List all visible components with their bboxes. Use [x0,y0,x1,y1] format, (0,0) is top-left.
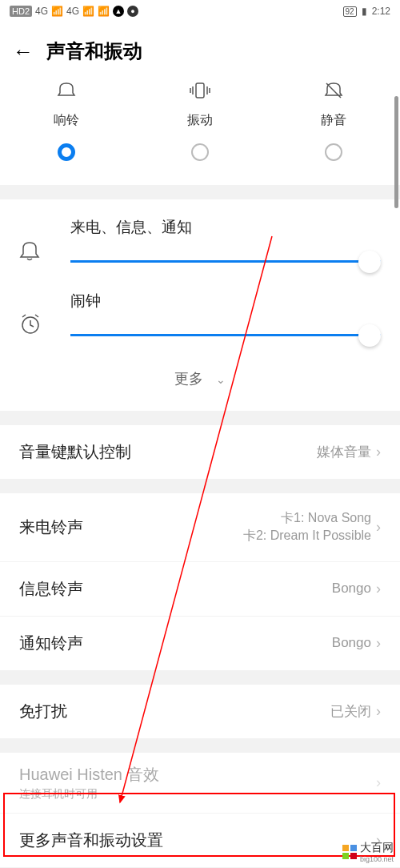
volume-section: 来电、信息、通知 闹钟 更多 ⌄ [0,199,400,411]
mode-vibrate-label: 振动 [187,112,213,129]
svg-rect-5 [350,845,357,851]
setting-dnd[interactable]: 免打扰 已关闭 › [0,685,400,738]
mode-silent[interactable]: 静音 [266,82,400,161]
setting-value: 已关闭 [330,702,371,721]
setting-message-tone[interactable]: 信息铃声 Bongo › [0,562,400,616]
mode-silent-label: 静音 [321,112,346,129]
page-header: ← 声音和振动 [0,22,400,74]
hd-icon: HD2 [10,6,32,17]
setting-value: 媒体音量 [317,443,371,461]
setting-value: Bongo [332,635,371,651]
section-divider [0,670,400,685]
setting-ringtone[interactable]: 来电铃声 卡1: Nova Song 卡2: Dream It Possible… [0,493,400,561]
ringtone-sim1: 卡1: Nova Song [243,509,371,527]
chevron-right-icon: › [376,444,381,460]
volume-more-button[interactable]: 更多 ⌄ [0,355,400,403]
sound-mode-selector: 响铃 振动 静音 [0,74,400,185]
signal-4g-1: 4G [35,6,48,17]
radio-ring[interactable] [58,143,75,161]
svg-rect-0 [196,83,204,98]
setting-more-sound[interactable]: 更多声音和振动设置 › [0,814,400,867]
chevron-right-icon: › [376,581,381,597]
slider-thumb[interactable] [358,324,381,347]
bell-outline-icon [19,239,51,267]
battery-level: 92 [343,6,357,17]
setting-histen: Huawei Histen 音效 连接耳机时可用 › [0,753,400,813]
chevron-right-icon: › [376,774,381,791]
clock: 2:12 [372,6,390,17]
slider-thumb[interactable] [358,251,381,273]
vibrate-icon [189,82,211,104]
section-divider [0,185,400,199]
section-divider [0,411,400,425]
radio-vibrate[interactable] [191,143,209,161]
setting-label: 来电铃声 [19,516,83,538]
watermark-text: 大百网 [360,841,394,854]
setting-notification-tone[interactable]: 通知铃声 Bongo › [0,617,400,670]
app-icon-1: ▲ [113,6,124,17]
back-arrow-icon[interactable]: ← [13,39,34,64]
setting-label: 信息铃声 [19,578,83,600]
setting-label: 更多声音和振动设置 [19,830,163,851]
volume-row-ringtone: 来电、信息、通知 [0,207,400,281]
setting-sublabel: 连接耳机时可用 [19,787,159,802]
setting-label: 免打扰 [19,701,67,722]
chevron-down-icon: ⌄ [216,373,226,386]
mode-vibrate[interactable]: 振动 [134,82,267,161]
setting-label: 音量键默认控制 [19,441,131,463]
chevron-right-icon: › [376,703,381,720]
volume-row-alarm: 闹钟 [0,281,400,355]
setting-volume-key[interactable]: 音量键默认控制 媒体音量 › [0,425,400,479]
svg-rect-4 [342,845,349,851]
status-bar: HD2 4G 📶 4G 📶 📶 ▲ ● 92 ▮ 2:12 [0,0,400,22]
setting-value: Bongo [332,581,371,597]
wifi-icon: 📶 [98,6,110,17]
more-label: 更多 [174,371,203,387]
setting-label: 通知铃声 [19,633,83,654]
alarm-volume-slider[interactable] [70,326,381,345]
status-left: HD2 4G 📶 4G 📶 📶 ▲ ● [10,6,138,17]
silent-icon [324,82,343,104]
watermark-url: big100.net [360,855,394,863]
svg-rect-7 [350,853,357,859]
app-icon-2: ● [127,6,138,17]
setting-label: Huawei Histen 音效 [19,764,159,786]
battery-icon: ▮ [362,6,367,17]
signal-4g-2: 4G [66,6,79,17]
signal-bars-icon: 📶 [51,6,63,17]
page-title: 声音和振动 [46,38,142,64]
section-divider [0,738,400,753]
watermark: 大百网 big100.net [342,841,394,863]
svg-rect-6 [342,853,349,859]
mode-ring[interactable]: 响铃 [0,82,134,161]
ringtone-sim2: 卡2: Dream It Possible [243,527,371,545]
watermark-logo-icon [342,845,357,859]
radio-silent[interactable] [325,143,342,161]
bell-icon [57,82,76,104]
status-right: 92 ▮ 2:12 [343,6,390,17]
signal-bars-icon-2: 📶 [82,6,94,17]
ringtone-volume-slider[interactable] [70,252,381,271]
chevron-right-icon: › [376,635,381,652]
scrollbar[interactable] [394,96,398,208]
chevron-right-icon: › [376,519,381,536]
ringtone-volume-label: 来电、信息、通知 [70,217,381,238]
mode-ring-label: 响铃 [54,112,79,129]
section-divider [0,479,400,493]
alarm-volume-label: 闹钟 [70,291,381,311]
alarm-clock-icon [19,313,51,340]
